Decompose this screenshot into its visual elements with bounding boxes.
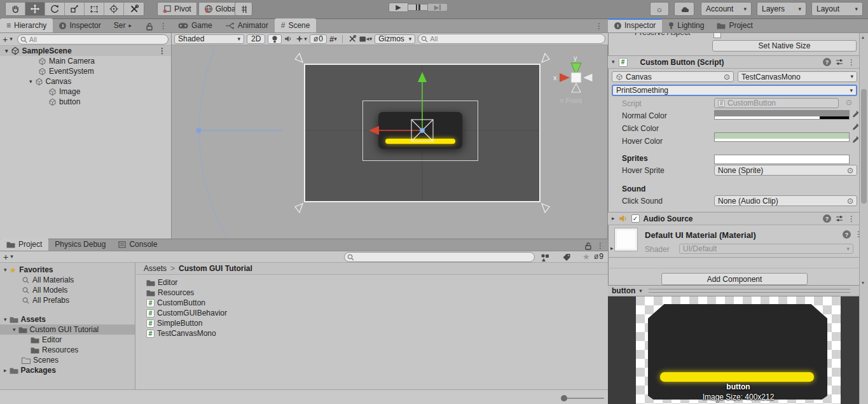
tree-all-materials[interactable]: All Materials [0, 275, 135, 285]
cloud-button[interactable] [674, 2, 694, 16]
layers-dropdown[interactable]: Layers▾ [757, 2, 806, 16]
scale-tool-button[interactable] [65, 3, 85, 15]
hierarchy-item-button[interactable]: button [0, 97, 171, 107]
component-tools-button[interactable] [348, 34, 357, 43]
scene-viewport[interactable]: y x ≡ Front [172, 45, 608, 239]
scroll-down-icon[interactable]: ▾ [862, 280, 864, 286]
click-sound-field[interactable]: None (Audio Clip) ⊙ [714, 195, 857, 206]
hierarchy-item-eventsystem[interactable]: EventSystem [0, 66, 171, 76]
tree-resources[interactable]: Resources [0, 345, 135, 355]
file-resources[interactable]: Resources [146, 288, 608, 298]
tree-favorites[interactable]: ▾ ★ Favorites [0, 265, 135, 275]
tree-assets[interactable]: ▾ Assets [0, 314, 135, 324]
hover-sprite-field[interactable]: None (Sprite) ⊙ [714, 165, 857, 176]
tab-project[interactable]: Project [0, 238, 48, 251]
component-menu-icon[interactable]: ⋮ [848, 58, 855, 67]
create-dropdown-icon[interactable]: ▾ [10, 36, 13, 42]
tab-lighting[interactable]: Lighting [662, 18, 710, 32]
foldout-icon[interactable]: ▸ [612, 216, 615, 221]
thumbnail-zoom-slider-knob[interactable] [561, 395, 567, 401]
2d-toggle-button[interactable]: 2D [247, 34, 265, 44]
pause-button[interactable] [408, 4, 428, 11]
material-foldout-icon[interactable]: ▸ [610, 246, 614, 251]
foldout-icon[interactable]: ▾ [29, 79, 32, 85]
create-button[interactable]: + [3, 34, 8, 45]
tree-all-prefabs[interactable]: All Prefabs [0, 295, 135, 305]
target-type-dropdown[interactable]: TestCanvasMono▾ [738, 71, 857, 82]
tab-services-partial[interactable]: Ser ▸ [107, 18, 133, 32]
help-icon[interactable]: ? [843, 230, 851, 239]
scene-search-input[interactable] [430, 34, 602, 43]
file-editor[interactable]: Editor [146, 277, 608, 288]
pivot-toggle-button[interactable]: Pivot [157, 2, 197, 16]
eyedropper-icon[interactable] [851, 110, 859, 118]
scroll-up-icon[interactable]: ▴ [862, 34, 864, 40]
account-dropdown[interactable]: Account▾ [701, 2, 752, 16]
material-thumbnail[interactable] [614, 228, 638, 251]
breadcrumb-current[interactable]: Custom GUI Tutorial [179, 264, 252, 273]
tree-editor[interactable]: Editor [0, 335, 135, 345]
tab-game[interactable]: Game [172, 18, 219, 32]
tree-custom-gui-tutorial[interactable]: ▾ Custom GUI Tutorial [0, 324, 135, 335]
tab-inspector-left[interactable]: i Inspector [53, 18, 107, 32]
scene-camera-dropdown[interactable]: ▾ [359, 36, 373, 43]
create-asset-button[interactable]: + [3, 252, 8, 262]
tab-scene[interactable]: # Scene [275, 18, 317, 32]
hierarchy-item-main-camera[interactable]: Main Camera [0, 56, 171, 66]
scene-audio-toggle[interactable] [284, 35, 293, 43]
object-picker-icon[interactable]: ⊙ [847, 197, 853, 205]
search-by-type-button[interactable] [541, 253, 549, 261]
target-object-field[interactable]: Canvas ⊙ [612, 71, 734, 82]
rect-tool-button[interactable] [85, 3, 104, 15]
hand-tool-button[interactable] [6, 3, 25, 15]
hierarchy-menu-icon[interactable]: ⋮ [160, 22, 167, 31]
tree-all-models[interactable]: All Models [0, 285, 135, 295]
normal-color-swatch[interactable] [714, 110, 850, 120]
preserve-aspect-checkbox[interactable] [713, 33, 721, 38]
lock-icon[interactable] [145, 22, 153, 31]
component-menu-icon[interactable]: ⋮ [848, 214, 855, 223]
hover-color-swatch[interactable] [714, 155, 850, 164]
tab-project-right[interactable]: Project [710, 18, 759, 32]
foldout-icon[interactable]: ▾ [5, 48, 8, 54]
audio-source-component-header[interactable]: ▸ ✓ Audio Source ? ⋮ [608, 212, 859, 225]
scene-lighting-toggle[interactable] [268, 34, 282, 44]
set-native-size-button[interactable]: Set Native Size [712, 40, 857, 52]
object-picker-icon[interactable]: ⊙ [724, 73, 730, 81]
presets-icon[interactable] [835, 214, 844, 223]
tree-scenes[interactable]: Scenes [0, 355, 135, 365]
grid-visibility-dropdown[interactable]: # ▾ [329, 34, 337, 44]
tab-hierarchy[interactable]: ≡ Hierarchy [0, 18, 53, 32]
method-dropdown[interactable]: PrintSomething▾ [612, 85, 857, 96]
play-button[interactable]: ▶ [389, 3, 408, 12]
project-search-input[interactable] [356, 253, 532, 261]
favorites-filter-icon[interactable]: ★ [582, 252, 590, 261]
gizmos-dropdown[interactable]: Gizmos▾ [375, 34, 415, 44]
tree-packages[interactable]: ▸ Packages [0, 365, 135, 375]
background-tasks-button[interactable]: ☼ [650, 2, 669, 16]
file-simplebutton[interactable]: # SimpleButton [146, 318, 608, 328]
transform-tool-button[interactable] [104, 3, 124, 15]
project-hidden-count[interactable]: ø 9 [594, 252, 603, 261]
foldout-icon[interactable]: ▾ [612, 59, 615, 65]
orientation-gizmo[interactable]: y x [553, 54, 593, 92]
layout-dropdown[interactable]: Layout▾ [811, 2, 863, 16]
scrollbar-thumb[interactable] [861, 89, 867, 204]
scene-tab-menu-icon[interactable]: ⋮ [595, 22, 603, 31]
tab-inspector[interactable]: i Inspector [608, 18, 662, 32]
preview-dropdown-icon[interactable]: ▾ [639, 288, 642, 294]
step-button[interactable]: ▶ [428, 3, 448, 11]
add-component-button[interactable]: Add Component [661, 273, 808, 285]
scene-visibility-toggle[interactable]: ø 0 [310, 34, 327, 44]
tab-animator[interactable]: Animator [219, 18, 275, 32]
shading-mode-dropdown[interactable]: Shaded▾ [174, 34, 244, 44]
thumbnail-zoom-slider-track[interactable] [565, 398, 604, 399]
scene-search[interactable] [418, 34, 605, 44]
create-asset-dropdown-icon[interactable]: ▾ [10, 254, 13, 260]
move-tool-button[interactable] [25, 3, 45, 15]
help-icon[interactable]: ? [823, 58, 831, 66]
enabled-checkbox[interactable]: ✓ [631, 214, 640, 223]
scene-menu-icon[interactable]: ⋮ [158, 46, 166, 55]
eyedropper-icon[interactable] [851, 136, 859, 144]
hierarchy-item-canvas[interactable]: ▾ Canvas [0, 76, 171, 87]
